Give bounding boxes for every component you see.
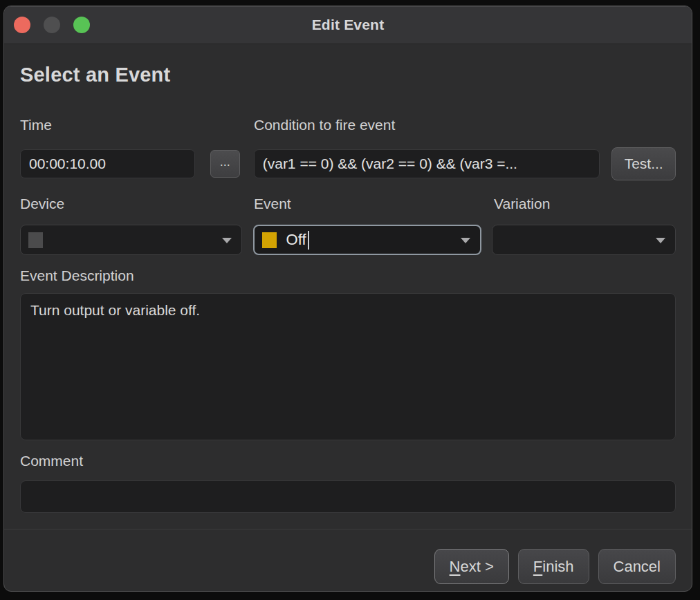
finish-button-mnemonic: F [533, 558, 542, 575]
variation-dropdown[interactable] [492, 225, 676, 255]
cancel-button[interactable]: Cancel [598, 549, 676, 584]
test-button[interactable]: Test... [611, 147, 676, 180]
close-button[interactable] [14, 17, 30, 33]
text-caret [308, 231, 309, 250]
next-button-label: ext > [461, 558, 494, 575]
chevron-down-icon [222, 238, 232, 243]
next-button[interactable]: Next > [434, 549, 509, 584]
comment-input[interactable] [20, 480, 676, 513]
device-dropdown[interactable] [20, 225, 242, 255]
button-row: Next > Finish Cancel [20, 549, 676, 584]
finish-button-label: inish [542, 558, 573, 575]
dialog-content: Select an Event Time Condition to fire e… [4, 63, 692, 584]
next-button-mnemonic: N [450, 558, 461, 575]
device-label: Device [20, 196, 254, 212]
minimize-button [44, 17, 60, 33]
event-dropdown[interactable]: Off [253, 225, 482, 255]
edit-event-dialog: Edit Event Select an Event Time Conditio… [3, 6, 692, 592]
time-label: Time [20, 117, 254, 133]
device-color-swatch [28, 232, 43, 248]
event-label: Event [254, 196, 494, 212]
description-label: Event Description [20, 268, 676, 284]
condition-label: Condition to fire event [254, 117, 395, 133]
event-value: Off [286, 231, 306, 249]
chevron-down-icon [461, 238, 470, 243]
finish-button[interactable]: Finish [518, 549, 589, 584]
time-browse-button[interactable]: ... [210, 150, 240, 178]
description-textarea[interactable]: Turn output or variable off. [20, 293, 676, 440]
footer-separator [4, 529, 692, 529]
chevron-down-icon [656, 238, 665, 243]
page-title: Select an Event [20, 63, 676, 86]
condition-input[interactable]: (var1 == 0) && (var2 == 0) && (var3 =... [254, 149, 600, 178]
traffic-lights [14, 6, 90, 44]
variation-label: Variation [494, 196, 550, 212]
event-color-swatch [262, 232, 277, 248]
comment-label: Comment [20, 452, 676, 469]
title-bar[interactable]: Edit Event [4, 6, 692, 44]
time-input[interactable]: 00:00:10.00 [20, 149, 195, 178]
cancel-button-label: Cancel [614, 558, 661, 576]
window-title: Edit Event [312, 17, 385, 33]
zoom-button[interactable] [73, 17, 90, 33]
